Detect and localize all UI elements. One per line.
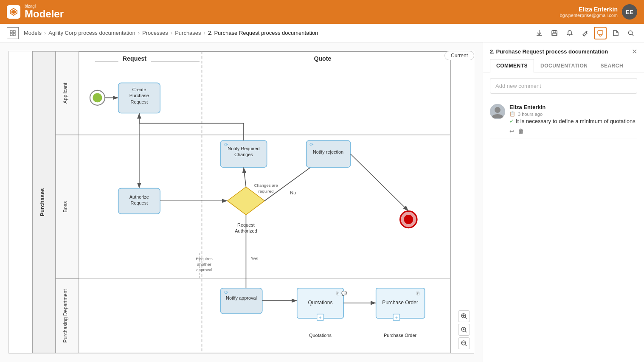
svg-point-76 — [463, 328, 464, 330]
svg-text:Purchase: Purchase — [129, 93, 149, 98]
tab-comments[interactable]: COMMENTS — [490, 59, 534, 73]
grid-icon[interactable] — [7, 27, 19, 39]
user-email: bgwpenterprise@gmail.com — [560, 13, 618, 18]
breadcrumb-bar: Models › Agility Corp process documentat… — [0, 24, 644, 42]
svg-rect-10 — [552, 34, 557, 35]
reply-comment-button[interactable]: ↩ — [509, 128, 515, 135]
svg-text:Notify rejection: Notify rejection — [313, 149, 343, 154]
svg-rect-3 — [13, 31, 15, 33]
svg-text:Notify approval: Notify approval — [226, 295, 257, 300]
zoom-controls — [458, 310, 470, 349]
svg-marker-1 — [11, 10, 16, 14]
import-icon[interactable] — [533, 27, 546, 39]
svg-line-77 — [465, 331, 467, 332]
svg-line-15 — [632, 34, 634, 36]
user-info: Eliza Enterkin bgwpenterprise@gmail.com — [560, 6, 618, 18]
svg-text:Request: Request — [131, 200, 148, 205]
breadcrumb-models[interactable]: Models — [24, 30, 42, 36]
breadcrumb-processes[interactable]: Processes — [142, 30, 168, 36]
check-icon: ✓ — [509, 118, 514, 124]
delete-comment-button[interactable]: 🗑 — [518, 128, 524, 135]
comment-content: Eliza Enterkin 📋 3 hours ago ✓It is nece… — [509, 104, 637, 135]
svg-text:Changes are: Changes are — [254, 183, 278, 188]
svg-text:+: + — [319, 315, 321, 320]
comment-actions: ↩ 🗑 — [509, 128, 637, 135]
comment-icon[interactable] — [594, 27, 607, 39]
right-panel-tabs: COMMENTS DOCUMENTATION SEARCH — [490, 59, 637, 73]
svg-text:approval: approval — [196, 267, 212, 272]
avatar[interactable]: EE — [622, 4, 637, 20]
svg-text:No: No — [290, 190, 296, 195]
canvas-area[interactable]: Current Purchases — [0, 42, 483, 362]
svg-point-52 — [404, 215, 413, 224]
svg-text:⎗: ⎗ — [336, 291, 339, 296]
svg-text:Purchase Order: Purchase Order — [384, 333, 416, 338]
svg-text:+: + — [395, 315, 398, 320]
svg-text:Changes: Changes — [234, 152, 253, 157]
svg-text:⟳: ⟳ — [224, 289, 228, 295]
zoom-out-btn[interactable] — [458, 337, 470, 349]
lane-applicant: Applicant — [62, 82, 68, 104]
right-panel-title: 2. Purchase Request process documentatio… — [490, 48, 637, 55]
svg-line-74 — [465, 317, 467, 319]
pool-label: Purchases — [39, 188, 45, 216]
col-request: Request — [123, 55, 146, 62]
add-comment-input[interactable]: Add new comment — [490, 78, 637, 94]
start-event-inner — [93, 93, 102, 102]
svg-text:⎗: ⎗ — [416, 291, 419, 296]
current-badge: Current — [444, 51, 474, 60]
right-panel: ✕ 2. Purchase Request process documentat… — [483, 42, 644, 362]
svg-text:Purchase Order: Purchase Order — [382, 300, 418, 306]
comment-time: 3 hours ago — [518, 112, 543, 117]
lane-boss: Boss — [62, 201, 68, 213]
save-icon[interactable] — [548, 27, 561, 39]
svg-point-82 — [495, 107, 501, 113]
svg-text:required: required — [258, 189, 273, 194]
svg-text:Quotations: Quotations — [309, 333, 332, 338]
app-header: bizagi Modeler Eliza Enterkin bgwpenterp… — [0, 0, 644, 24]
svg-text:Requires: Requires — [196, 256, 212, 261]
bpmn-diagram[interactable]: Purchases Applicant Boss Purchasing Depa… — [8, 51, 474, 354]
svg-text:Quotations: Quotations — [308, 300, 332, 306]
svg-rect-4 — [10, 34, 12, 36]
tab-documentation[interactable]: DOCUMENTATION — [534, 59, 594, 73]
breadcrumb-current: 2. Purchase Request process documentatio… — [208, 30, 318, 36]
breadcrumb-agility[interactable]: Agility Corp process documentation — [48, 30, 135, 36]
col-quote: Quote — [314, 55, 331, 62]
logo-icon[interactable] — [7, 5, 20, 19]
right-panel-header: ✕ 2. Purchase Request process documentat… — [483, 42, 644, 73]
svg-text:Request: Request — [131, 99, 148, 104]
close-panel-button[interactable]: ✕ — [632, 48, 637, 56]
document-icon[interactable] — [609, 27, 622, 39]
tab-search[interactable]: SEARCH — [594, 59, 630, 73]
svg-text:💬: 💬 — [341, 290, 347, 296]
toolbar-icons — [533, 27, 637, 39]
svg-rect-2 — [10, 31, 12, 33]
svg-text:Authorize: Authorize — [129, 194, 149, 199]
svg-text:Notify Required: Notify Required — [228, 146, 259, 151]
svg-text:another: another — [197, 262, 211, 267]
svg-text:Yes: Yes — [250, 256, 258, 261]
svg-text:Create: Create — [132, 87, 146, 92]
svg-rect-8 — [552, 31, 557, 36]
svg-point-14 — [629, 31, 633, 34]
comment-item: Eliza Enterkin 📋 3 hours ago ✓It is nece… — [490, 101, 637, 138]
svg-rect-13 — [598, 31, 603, 34]
user-name: Eliza Enterkin — [560, 6, 618, 13]
zoom-fit-btn[interactable] — [458, 324, 470, 336]
comment-time-row: 📋 3 hours ago — [509, 111, 637, 117]
svg-rect-5 — [13, 34, 15, 36]
lane-purchasing: Purchasing Department — [62, 289, 68, 343]
main-layout: Current Purchases — [0, 42, 644, 362]
comment-time-icon: 📋 — [509, 111, 515, 117]
breadcrumb-purchases[interactable]: Purchases — [175, 30, 201, 36]
zoom-in-btn[interactable] — [458, 310, 470, 322]
search-icon[interactable] — [624, 27, 637, 39]
edit-icon[interactable] — [579, 27, 591, 39]
bell-icon[interactable] — [563, 27, 576, 39]
svg-text:⟳: ⟳ — [309, 142, 314, 148]
brand-sub: bizagi — [25, 4, 64, 8]
comment-text: ✓It is necessary to define a minimum of … — [509, 118, 637, 125]
brand-name: Modeler — [25, 8, 64, 20]
comment-author: Eliza Enterkin — [509, 104, 637, 110]
